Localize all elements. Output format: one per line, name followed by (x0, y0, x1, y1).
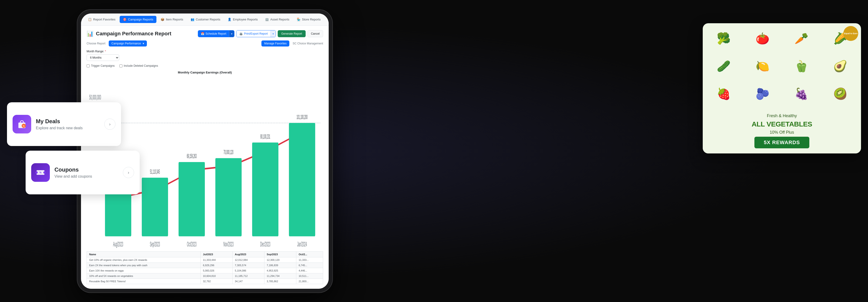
calendar-icon: 📅 (201, 32, 205, 35)
x-label-dec: Dec/2023 (260, 240, 270, 248)
row-1-sep: 12,300,120 (264, 257, 296, 263)
row-4-jul: 10,604,810 (200, 273, 232, 279)
generate-report-button[interactable]: Generate Report (278, 30, 305, 37)
table-row: Earn 2X the reward tokens when you pay w… (87, 263, 323, 268)
x-label-nov: Nov/2023 (223, 240, 234, 248)
report-title-section: 📊 Campaign Performance Report (87, 30, 171, 37)
veg-7: 🫑 (782, 53, 820, 79)
table-row: 10% off and 5X rewards on vegetables 10,… (87, 273, 323, 279)
tab-employee-reports[interactable]: 👤 Employee Reports (224, 16, 261, 23)
bar-label-dec: 80,100,231 (260, 133, 270, 140)
veg-6: 🍋 (743, 53, 781, 79)
print-export-split-button[interactable]: 🖨️ Print/Export Report ▾ (236, 30, 276, 37)
x-label-oct: Oct/2023 (187, 240, 196, 248)
bar-label-oct: 69,159,263 (187, 153, 196, 159)
customer-reports-icon: 👥 (191, 18, 194, 21)
x-label-jan: Jan/2024 (297, 240, 307, 248)
col-jul: Jul/2023 (200, 251, 232, 257)
month-range-select[interactable]: 6 Months 3 Months 12 Months (87, 55, 119, 61)
report-header: 📊 Campaign Performance Report 📅 Schedule… (87, 30, 323, 37)
dropdown-caret-icon: ▾ (143, 42, 144, 45)
promo-banner: 🥦 🍅 🥕 🌽 🥒 🍋 🫑 🥑 🍓 🫐 🍇 🥝 Equal to Earn Fr… (703, 23, 861, 154)
tab-campaign-reports[interactable]: 🎯 Campaign Reports (120, 16, 156, 23)
coupons-card[interactable]: % Coupons View and add coupons › (26, 150, 140, 194)
data-table-wrapper: Name Jul/2023 Aug/2023 Sep/2023 Oct/2...… (87, 251, 323, 284)
y-axis-label: 50,000,000 (89, 93, 101, 101)
x-label-sep: Sep/2023 (150, 240, 160, 248)
row-5-sep: 3,785,862 (264, 279, 296, 284)
tab-store-reports[interactable]: 🏪 Store Reports (293, 16, 324, 23)
table-row: Get 10% off organic cherries, plus earn … (87, 257, 323, 263)
print-export-button[interactable]: 🖨️ Print/Export Report (237, 30, 271, 37)
row-4-aug: 11,185,712 (232, 273, 264, 279)
col-aug: Aug/2023 (232, 251, 264, 257)
month-range-section: Month Range: * 6 Months 3 Months 12 Mont… (87, 50, 323, 61)
row-2-sep: 7,186,839 (264, 263, 296, 268)
manage-favorites-button[interactable]: Manage Favorites (261, 40, 289, 46)
veg-12: 🥝 (821, 81, 859, 107)
my-deals-title: My Deals (36, 118, 100, 125)
coupons-arrow-button[interactable]: › (123, 167, 134, 178)
report-favorites-icon: 📋 (88, 18, 92, 21)
schedule-report-dropdown-toggle[interactable]: ▾ (229, 30, 234, 37)
row-2-aug: 7,305,574 (232, 263, 264, 268)
deals-shopping-bag-icon: % (16, 118, 28, 130)
tab-report-favorites[interactable]: 📋 Report Favorites (85, 16, 119, 23)
tab-customer-reports[interactable]: 👥 Customer Reports (187, 16, 223, 23)
report-chart-icon: 📊 (87, 30, 94, 37)
choose-report-label: Choose Report (87, 42, 105, 45)
my-deals-icon: % (12, 115, 31, 133)
campaign-performance-dropdown[interactable]: Campaign Performance ▾ (109, 40, 147, 46)
coupons-title: Coupons (55, 166, 118, 173)
svg-text:%: % (23, 125, 25, 127)
required-indicator: * (105, 50, 106, 53)
choose-report-row: Choose Report Campaign Performance ▾ Man… (87, 40, 323, 46)
include-deleted-checkbox[interactable] (119, 64, 122, 67)
schedule-report-split-button[interactable]: 📅 Schedule Report ▾ (198, 30, 235, 37)
chart-title: Monthly Campaign Earnings (Overall) (87, 71, 323, 74)
checkboxes-row: Trigger Campaigns Include Deleted Campai… (87, 64, 323, 67)
promo-logo: Equal to Earn (843, 26, 858, 41)
veg-9: 🍓 (705, 81, 743, 107)
row-5-name: Reusable Bag 50 FREE Tokens! (87, 279, 200, 284)
row-1-oct: 11,333... (296, 257, 323, 263)
row-3-jul: 5,083,026 (200, 268, 232, 273)
veg-11: 🍇 (782, 81, 820, 107)
coupons-subtitle: View and add coupons (55, 174, 118, 178)
trigger-campaigns-label: Trigger Campaigns (91, 64, 115, 67)
bar-label-nov: 70,000,120 (223, 149, 233, 156)
row-5-aug: 34,147 (232, 279, 264, 284)
print-export-dropdown-toggle[interactable]: ▾ (271, 30, 276, 37)
table-row: Earn 10X the rewards on eggs 5,083,026 5… (87, 268, 323, 273)
svg-text:%: % (39, 171, 42, 174)
row-4-name: 10% off and 5X rewards on vegetables (87, 273, 200, 279)
promo-fresh-text: Fresh & Healthy (767, 113, 797, 118)
veg-2: 🍅 (743, 25, 781, 52)
veg-8: 🥑 (821, 53, 859, 79)
bar-nov-2023 (215, 158, 242, 236)
trigger-campaigns-checkbox[interactable] (87, 64, 90, 67)
veg-3: 🥕 (782, 25, 820, 52)
my-deals-card[interactable]: % My Deals Explore and track new deals › (7, 102, 121, 146)
bar-oct-2023 (179, 162, 205, 236)
asset-reports-icon: 🏢 (265, 18, 269, 21)
promo-all-veg-text: ALL VEGETABLES (752, 120, 812, 128)
report-title-text: Campaign Performance Report (96, 31, 171, 37)
promo-text-section: Fresh & Healthy ALL VEGETABLES 10% Off P… (703, 109, 861, 154)
promo-rewards-button[interactable]: 5X REWARDS (754, 137, 809, 148)
bar-sep-2023 (142, 178, 168, 236)
schedule-report-button[interactable]: 📅 Schedule Report (198, 30, 229, 37)
header-buttons: 📅 Schedule Report ▾ 🖨️ Print/Export Repo… (198, 30, 323, 37)
row-4-oct: 10,511... (296, 273, 323, 279)
veg-10: 🫐 (743, 81, 781, 107)
month-range-label: Month Range: * (87, 50, 323, 53)
store-reports-icon: 🏪 (297, 18, 301, 21)
row-1-jul: 11,333,444 (200, 257, 232, 263)
tab-asset-reports[interactable]: 🏢 Asset Reports (262, 16, 292, 23)
my-deals-arrow-button[interactable]: › (104, 119, 116, 130)
cancel-button[interactable]: Cancel (308, 30, 323, 37)
coupons-icon: % (31, 163, 50, 182)
tab-item-reports[interactable]: 📦 Item Reports (157, 16, 186, 23)
bar-label-jan: 101,100,200 (297, 114, 308, 120)
row-3-sep: 4,953,925 (264, 268, 296, 273)
